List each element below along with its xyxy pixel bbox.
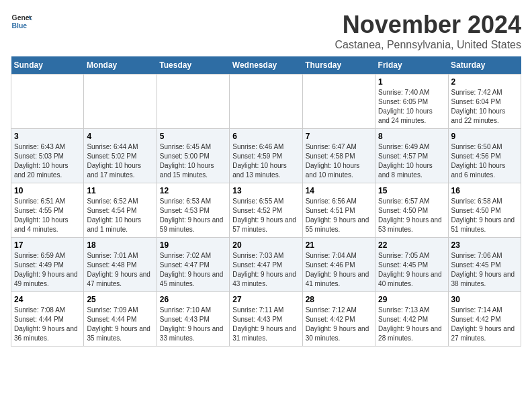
logo-icon: General Blue <box>11 11 32 32</box>
day-info: Sunrise: 7:14 AMSunset: 4:42 PMDaylight:… <box>451 306 518 343</box>
day-info: Sunrise: 7:06 AMSunset: 4:45 PMDaylight:… <box>451 251 518 289</box>
day-cell: 22Sunrise: 7:05 AMSunset: 4:45 PMDayligh… <box>375 238 448 292</box>
weekday-header-wednesday: Wednesday <box>230 56 302 75</box>
day-cell: 29Sunrise: 7:13 AMSunset: 4:42 PMDayligh… <box>375 292 448 347</box>
week-row-2: 10Sunrise: 6:51 AMSunset: 4:55 PMDayligh… <box>11 183 521 238</box>
svg-text:Blue: Blue <box>12 22 28 30</box>
day-number: 16 <box>451 186 518 195</box>
week-row-1: 3Sunrise: 6:43 AMSunset: 5:03 PMDaylight… <box>11 129 521 183</box>
day-cell: 15Sunrise: 6:57 AMSunset: 4:50 PMDayligh… <box>375 183 448 238</box>
day-number: 25 <box>87 295 153 304</box>
day-info: Sunrise: 7:13 AMSunset: 4:42 PMDaylight:… <box>378 306 445 343</box>
day-number: 12 <box>160 186 226 195</box>
day-info: Sunrise: 7:42 AMSunset: 6:04 PMDaylight:… <box>451 88 518 126</box>
day-info: Sunrise: 6:57 AMSunset: 4:50 PMDaylight:… <box>378 197 445 234</box>
day-cell <box>157 75 229 129</box>
day-number: 2 <box>451 77 518 87</box>
weekday-row: SundayMondayTuesdayWednesdayThursdayFrid… <box>11 56 521 75</box>
day-number: 1 <box>378 77 445 87</box>
day-cell: 13Sunrise: 6:55 AMSunset: 4:52 PMDayligh… <box>230 183 302 238</box>
day-info: Sunrise: 7:02 AMSunset: 4:47 PMDaylight:… <box>160 251 226 289</box>
day-info: Sunrise: 6:58 AMSunset: 4:50 PMDaylight:… <box>451 197 518 234</box>
weekday-header-thursday: Thursday <box>302 56 375 75</box>
day-cell: 19Sunrise: 7:02 AMSunset: 4:47 PMDayligh… <box>157 238 229 292</box>
day-cell: 28Sunrise: 7:12 AMSunset: 4:42 PMDayligh… <box>302 292 375 347</box>
day-info: Sunrise: 7:11 AMSunset: 4:43 PMDaylight:… <box>232 306 299 343</box>
day-number: 10 <box>14 186 81 195</box>
day-cell <box>302 75 375 129</box>
day-cell: 11Sunrise: 6:52 AMSunset: 4:54 PMDayligh… <box>84 183 157 238</box>
calendar-body: 1Sunrise: 7:40 AMSunset: 6:05 PMDaylight… <box>11 75 521 347</box>
day-info: Sunrise: 6:43 AMSunset: 5:03 PMDaylight:… <box>14 142 81 180</box>
weekday-header-saturday: Saturday <box>448 56 521 75</box>
day-cell: 27Sunrise: 7:11 AMSunset: 4:43 PMDayligh… <box>230 292 302 347</box>
day-cell: 21Sunrise: 7:04 AMSunset: 4:46 PMDayligh… <box>302 238 375 292</box>
day-cell: 24Sunrise: 7:08 AMSunset: 4:44 PMDayligh… <box>11 292 84 347</box>
day-number: 20 <box>232 240 299 250</box>
weekday-header-friday: Friday <box>375 56 448 75</box>
day-number: 23 <box>451 240 518 250</box>
day-cell: 30Sunrise: 7:14 AMSunset: 4:42 PMDayligh… <box>448 292 521 347</box>
day-number: 7 <box>306 132 372 141</box>
day-number: 18 <box>87 240 153 250</box>
day-info: Sunrise: 6:49 AMSunset: 4:57 PMDaylight:… <box>378 142 445 180</box>
day-cell: 6Sunrise: 6:46 AMSunset: 4:59 PMDaylight… <box>230 129 302 183</box>
calendar-table: SundayMondayTuesdayWednesdayThursdayFrid… <box>11 56 521 347</box>
day-number: 17 <box>14 240 81 250</box>
day-cell <box>84 75 157 129</box>
day-cell: 3Sunrise: 6:43 AMSunset: 5:03 PMDaylight… <box>11 129 84 183</box>
day-info: Sunrise: 6:44 AMSunset: 5:02 PMDaylight:… <box>87 142 153 180</box>
day-cell: 14Sunrise: 6:56 AMSunset: 4:51 PMDayligh… <box>302 183 375 238</box>
day-number: 30 <box>451 295 518 304</box>
weekday-header-tuesday: Tuesday <box>157 56 229 75</box>
day-number: 14 <box>306 186 372 195</box>
day-number: 8 <box>378 132 445 141</box>
day-cell: 4Sunrise: 6:44 AMSunset: 5:02 PMDaylight… <box>84 129 157 183</box>
weekday-header-monday: Monday <box>84 56 157 75</box>
day-cell: 26Sunrise: 7:10 AMSunset: 4:43 PMDayligh… <box>157 292 229 347</box>
week-row-4: 24Sunrise: 7:08 AMSunset: 4:44 PMDayligh… <box>11 292 521 347</box>
day-info: Sunrise: 6:53 AMSunset: 4:53 PMDaylight:… <box>160 197 226 234</box>
day-cell: 8Sunrise: 6:49 AMSunset: 4:57 PMDaylight… <box>375 129 448 183</box>
day-number: 11 <box>87 186 153 195</box>
day-info: Sunrise: 7:01 AMSunset: 4:48 PMDaylight:… <box>87 251 153 289</box>
day-cell <box>11 75 84 129</box>
week-row-3: 17Sunrise: 6:59 AMSunset: 4:49 PMDayligh… <box>11 238 521 292</box>
day-info: Sunrise: 6:55 AMSunset: 4:52 PMDaylight:… <box>232 197 299 234</box>
day-cell: 18Sunrise: 7:01 AMSunset: 4:48 PMDayligh… <box>84 238 157 292</box>
logo: General Blue <box>11 11 32 32</box>
day-number: 28 <box>306 295 372 304</box>
day-info: Sunrise: 7:12 AMSunset: 4:42 PMDaylight:… <box>306 306 372 343</box>
day-number: 24 <box>14 295 81 304</box>
day-number: 3 <box>14 132 81 141</box>
day-cell: 23Sunrise: 7:06 AMSunset: 4:45 PMDayligh… <box>448 238 521 292</box>
day-info: Sunrise: 6:52 AMSunset: 4:54 PMDaylight:… <box>87 197 153 234</box>
day-info: Sunrise: 7:05 AMSunset: 4:45 PMDaylight:… <box>378 251 445 289</box>
day-info: Sunrise: 6:46 AMSunset: 4:59 PMDaylight:… <box>232 142 299 180</box>
week-row-0: 1Sunrise: 7:40 AMSunset: 6:05 PMDaylight… <box>11 75 521 129</box>
day-number: 29 <box>378 295 445 304</box>
day-info: Sunrise: 6:50 AMSunset: 4:56 PMDaylight:… <box>451 142 518 180</box>
day-info: Sunrise: 6:59 AMSunset: 4:49 PMDaylight:… <box>14 251 81 289</box>
day-cell: 17Sunrise: 6:59 AMSunset: 4:49 PMDayligh… <box>11 238 84 292</box>
day-info: Sunrise: 7:03 AMSunset: 4:47 PMDaylight:… <box>232 251 299 289</box>
day-info: Sunrise: 6:47 AMSunset: 4:58 PMDaylight:… <box>306 142 372 180</box>
day-info: Sunrise: 7:08 AMSunset: 4:44 PMDaylight:… <box>14 306 81 343</box>
day-info: Sunrise: 6:45 AMSunset: 5:00 PMDaylight:… <box>160 142 226 180</box>
title-area: November 2024 Castanea, Pennsylvania, Un… <box>335 11 522 51</box>
day-number: 4 <box>87 132 153 141</box>
weekday-header-sunday: Sunday <box>11 56 84 75</box>
day-info: Sunrise: 7:40 AMSunset: 6:05 PMDaylight:… <box>378 88 445 126</box>
day-cell: 10Sunrise: 6:51 AMSunset: 4:55 PMDayligh… <box>11 183 84 238</box>
day-cell: 2Sunrise: 7:42 AMSunset: 6:04 PMDaylight… <box>448 75 521 129</box>
day-number: 26 <box>160 295 226 304</box>
calendar-header: SundayMondayTuesdayWednesdayThursdayFrid… <box>11 56 521 75</box>
day-cell: 20Sunrise: 7:03 AMSunset: 4:47 PMDayligh… <box>230 238 302 292</box>
day-number: 27 <box>232 295 299 304</box>
day-cell: 12Sunrise: 6:53 AMSunset: 4:53 PMDayligh… <box>157 183 229 238</box>
day-number: 19 <box>160 240 226 250</box>
day-info: Sunrise: 6:56 AMSunset: 4:51 PMDaylight:… <box>306 197 372 234</box>
day-cell: 25Sunrise: 7:09 AMSunset: 4:44 PMDayligh… <box>84 292 157 347</box>
day-cell: 9Sunrise: 6:50 AMSunset: 4:56 PMDaylight… <box>448 129 521 183</box>
day-cell: 7Sunrise: 6:47 AMSunset: 4:58 PMDaylight… <box>302 129 375 183</box>
